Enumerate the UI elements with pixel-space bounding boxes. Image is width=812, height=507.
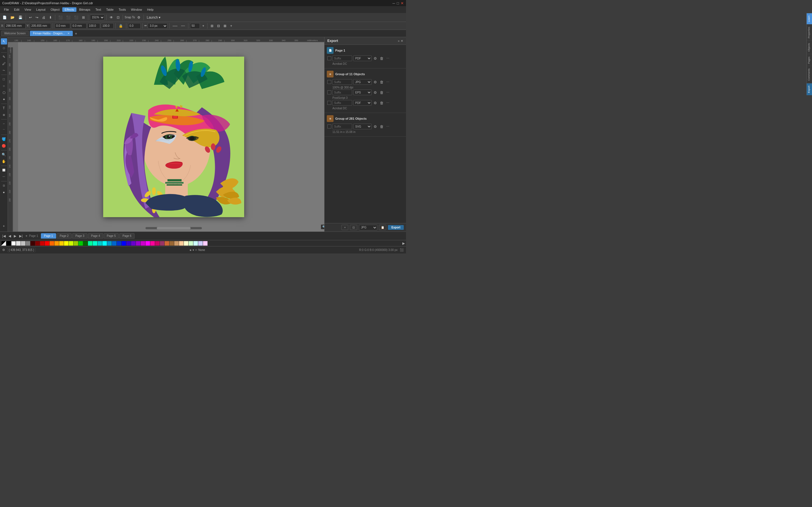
add-tool-button[interactable]: + <box>1 223 7 229</box>
group281-delete-btn-1[interactable]: 🗑 <box>379 124 384 129</box>
menu-bitmaps[interactable]: Bitmaps <box>77 7 93 12</box>
menu-edit[interactable]: Edit <box>12 7 22 12</box>
width-pct-input[interactable] <box>87 23 100 29</box>
align-grid-button[interactable]: ⊞ <box>81 15 86 20</box>
color-swatch-hotpink[interactable] <box>150 241 155 245</box>
color-swatch-maroon[interactable] <box>35 241 40 245</box>
color-swatch-darkred[interactable] <box>31 241 35 245</box>
palette-scroll-right[interactable]: ▶ <box>402 241 405 245</box>
color-swatch-blue2[interactable] <box>112 241 116 245</box>
group11-format-select-1[interactable]: JPG PDF PNG SVG <box>353 79 371 85</box>
page-first-button[interactable]: |◀ <box>1 233 7 238</box>
text-tool[interactable]: T <box>1 105 7 111</box>
color-swatch-black[interactable] <box>6 241 11 245</box>
menu-effects[interactable]: Effects <box>62 7 76 12</box>
align-left-button[interactable]: ⬛ <box>57 15 64 20</box>
color-swatch-lightpink[interactable] <box>203 241 207 245</box>
page1-more-btn-1[interactable]: ⋯ <box>386 56 390 61</box>
color-swatch-green[interactable] <box>79 241 83 245</box>
color-swatch-olive[interactable] <box>73 241 78 245</box>
group11-delete-btn-3[interactable]: 🗑 <box>379 101 384 105</box>
group11-checkbox-3[interactable] <box>327 101 331 105</box>
color-swatch-peach[interactable] <box>179 241 184 245</box>
ellipse-tool[interactable]: ○ <box>1 83 7 89</box>
redo-button[interactable]: ↪ <box>34 15 40 20</box>
maximize-button[interactable]: □ <box>397 1 399 5</box>
zoom-select[interactable]: 151% 100% 75% 50% <box>90 15 105 20</box>
color-swatch-yellow[interactable] <box>64 241 68 245</box>
scale-stroke-button[interactable]: + <box>229 23 234 29</box>
color-swatch-purple[interactable] <box>136 241 140 245</box>
page-tab-4[interactable]: Page 4 <box>88 233 103 238</box>
miter-input[interactable] <box>190 23 200 29</box>
close-button[interactable]: ✕ <box>401 1 404 5</box>
group11-settings-btn-1[interactable]: ⚙ <box>373 80 378 84</box>
group11-format-select-2[interactable]: EPS PDF JPG SVG <box>353 90 371 95</box>
page-tab-1[interactable]: Page 1 <box>41 233 56 238</box>
page1-delete-btn-1[interactable]: 🗑 <box>379 56 384 61</box>
save-button[interactable]: 💾 <box>17 15 24 20</box>
y-input[interactable] <box>30 23 51 29</box>
group11-settings-btn-2[interactable]: ⚙ <box>373 90 378 95</box>
group11-format-select-3[interactable]: PDF JPG EPS SVG <box>353 100 371 106</box>
fill-tool[interactable]: 🪣 <box>1 136 7 142</box>
miter-increase-button[interactable]: + <box>201 23 206 29</box>
page-last-button[interactable]: ▶| <box>18 233 24 238</box>
color-swatch-magenta[interactable] <box>146 241 150 245</box>
close-export-button[interactable]: ✕ <box>401 39 403 43</box>
node-tool[interactable]: ⬡ <box>1 45 7 51</box>
expand-arrow-button[interactable]: » <box>398 39 400 43</box>
pan-tool[interactable]: ✋ <box>1 158 7 165</box>
rectangle-tool[interactable]: □ <box>1 76 7 82</box>
color-swatch-blue[interactable] <box>121 241 126 245</box>
page-tab-5[interactable]: Page 5 <box>104 233 119 238</box>
color-swatch-gray[interactable] <box>26 241 30 245</box>
group281-format-select-1[interactable]: SVG PDF JPG EPS <box>353 124 371 129</box>
color-swatch-sienna[interactable] <box>165 241 169 245</box>
status-expand-button[interactable]: ⬛ <box>400 248 404 252</box>
zoom-tool[interactable]: 🔍 <box>1 152 7 158</box>
color-swatch-magenta2[interactable] <box>141 241 145 245</box>
group11-suffix-input-1[interactable] <box>333 79 352 85</box>
color-swatch-violet[interactable] <box>131 241 136 245</box>
bezier-tool[interactable]: 〜 <box>1 67 7 73</box>
page-tab-6[interactable]: Page 6 <box>119 233 135 238</box>
color-swatch-orange[interactable] <box>50 241 54 245</box>
group11-delete-btn-2[interactable]: 🗑 <box>379 90 384 95</box>
color-swatch-cyan[interactable] <box>102 241 107 245</box>
menu-tools[interactable]: Tools <box>116 7 128 12</box>
launch-button[interactable]: Launch ▾ <box>146 15 162 20</box>
group11-delete-btn-1[interactable]: 🗑 <box>379 80 384 84</box>
color-swatch-silver[interactable] <box>21 241 26 245</box>
color-swatch-yellowgreen[interactable] <box>69 241 73 245</box>
export-scroll-area[interactable]: 📄 Page 1 PDF JPG PNG SVG EPS ⚙ 🗑 ⋯ <box>324 45 406 223</box>
color-swatch-lavender[interactable] <box>198 241 203 245</box>
group281-more-btn-1[interactable]: ⋯ <box>386 124 390 129</box>
group11-suffix-input-2[interactable] <box>333 90 352 95</box>
menu-text[interactable]: Text <box>93 7 103 12</box>
pen-tool[interactable]: 🖊 <box>1 61 7 67</box>
color-swatch-red2[interactable] <box>45 241 49 245</box>
dimension-tool[interactable]: ↔ <box>1 121 7 127</box>
group281-checkbox-1[interactable] <box>327 124 331 128</box>
page-prev-button[interactable]: ◀ <box>7 233 12 238</box>
color-swatch-teal[interactable] <box>93 241 97 245</box>
height-input[interactable] <box>71 23 87 29</box>
color-swatch-indigo[interactable] <box>126 241 131 245</box>
color-tool[interactable]: ■ <box>1 189 7 195</box>
bottom-copy-button[interactable]: 📋 <box>379 225 386 230</box>
width-input[interactable] <box>55 23 70 29</box>
group281-suffix-input-1[interactable] <box>333 124 352 129</box>
group11-checkbox-1[interactable] <box>327 80 331 84</box>
behind-fill-button[interactable]: ⊠ <box>222 23 228 29</box>
lock-ratio-button[interactable]: 🔒 <box>117 23 124 29</box>
eyedropper-tool[interactable]: 🔴 <box>1 143 7 149</box>
tab-welcome[interactable]: Welcome Screen <box>1 31 29 36</box>
group11-more-btn-3[interactable]: ⋯ <box>386 101 390 105</box>
color-swatch-brown[interactable] <box>169 241 174 245</box>
menu-object[interactable]: Object <box>48 7 62 12</box>
polygon-tool[interactable]: ⬡ <box>1 90 7 96</box>
scroll-indicator-h[interactable] <box>146 227 202 229</box>
color-swatch-tan[interactable] <box>174 241 179 245</box>
page-tab-2[interactable]: Page 2 <box>57 233 72 238</box>
